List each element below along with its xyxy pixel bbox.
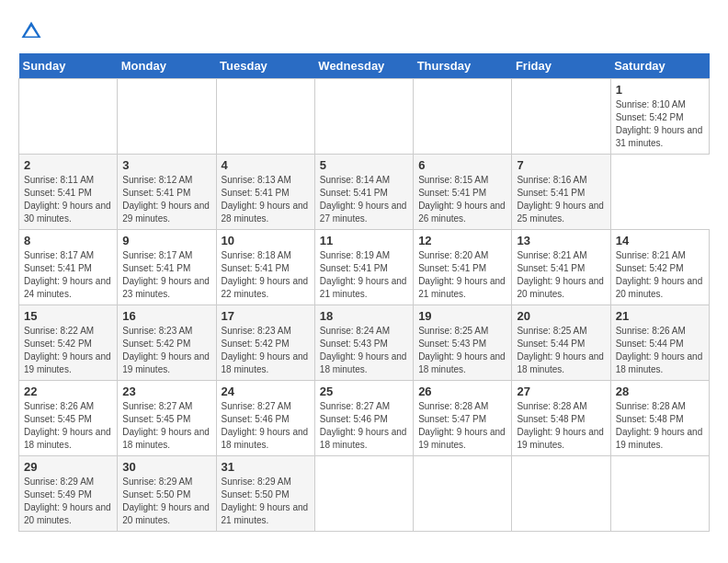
day-info: Sunrise: 8:18 AMSunset: 5:41 PMDaylight:…	[222, 249, 310, 301]
day-info: Sunrise: 8:29 AMSunset: 5:50 PMDaylight:…	[222, 476, 310, 527]
calendar-cell: 30Sunrise: 8:29 AMSunset: 5:50 PMDayligh…	[118, 456, 216, 532]
calendar-cell: 10Sunrise: 8:18 AMSunset: 5:41 PMDayligh…	[216, 230, 314, 305]
calendar-cell: 12Sunrise: 8:20 AMSunset: 5:41 PMDayligh…	[414, 230, 512, 305]
day-header-sunday: Sunday	[19, 53, 118, 79]
day-header-wednesday: Wednesday	[314, 53, 413, 79]
day-number: 2	[24, 158, 112, 172]
calendar-cell: 25Sunrise: 8:27 AMSunset: 5:46 PMDayligh…	[314, 381, 413, 456]
day-header-saturday: Saturday	[610, 53, 709, 79]
calendar-cell: 20Sunrise: 8:25 AMSunset: 5:44 PMDayligh…	[512, 305, 610, 381]
week-row-1: 1Sunrise: 8:10 AMSunset: 5:42 PMDaylight…	[19, 79, 710, 155]
day-number: 13	[517, 234, 605, 247]
day-info: Sunrise: 8:14 AMSunset: 5:41 PMDaylight:…	[320, 174, 408, 225]
day-header-tuesday: Tuesday	[216, 53, 314, 79]
day-number: 6	[418, 158, 506, 172]
calendar-cell: 7Sunrise: 8:16 AMSunset: 5:41 PMDaylight…	[512, 155, 610, 230]
day-info: Sunrise: 8:26 AMSunset: 5:44 PMDaylight:…	[616, 325, 704, 376]
day-number: 24	[222, 385, 310, 398]
day-info: Sunrise: 8:16 AMSunset: 5:41 PMDaylight:…	[517, 174, 605, 225]
day-info: Sunrise: 8:25 AMSunset: 5:44 PMDaylight:…	[517, 325, 605, 376]
day-number: 26	[418, 385, 506, 398]
calendar-cell	[19, 79, 118, 155]
calendar-cell	[610, 456, 709, 532]
day-info: Sunrise: 8:19 AMSunset: 5:41 PMDaylight:…	[320, 249, 408, 301]
calendar-cell: 4Sunrise: 8:13 AMSunset: 5:41 PMDaylight…	[216, 155, 314, 230]
day-number: 15	[24, 309, 112, 323]
day-info: Sunrise: 8:29 AMSunset: 5:50 PMDaylight:…	[122, 476, 210, 527]
day-info: Sunrise: 8:11 AMSunset: 5:41 PMDaylight:…	[24, 174, 112, 225]
logo-icon	[18, 18, 44, 44]
day-info: Sunrise: 8:10 AMSunset: 5:42 PMDaylight:…	[616, 98, 704, 150]
day-number: 7	[517, 158, 605, 172]
day-info: Sunrise: 8:17 AMSunset: 5:41 PMDaylight:…	[24, 249, 112, 301]
calendar-cell	[314, 456, 413, 532]
day-info: Sunrise: 8:20 AMSunset: 5:41 PMDaylight:…	[418, 249, 506, 301]
day-header-monday: Monday	[118, 53, 216, 79]
calendar-cell: 17Sunrise: 8:23 AMSunset: 5:42 PMDayligh…	[216, 305, 314, 381]
calendar-cell: 22Sunrise: 8:26 AMSunset: 5:45 PMDayligh…	[19, 381, 118, 456]
day-number: 25	[320, 385, 408, 398]
day-info: Sunrise: 8:17 AMSunset: 5:41 PMDaylight:…	[122, 249, 210, 301]
day-info: Sunrise: 8:13 AMSunset: 5:41 PMDaylight:…	[222, 174, 310, 225]
calendar-cell	[216, 79, 314, 155]
calendar-cell: 13Sunrise: 8:21 AMSunset: 5:41 PMDayligh…	[512, 230, 610, 305]
days-header-row: SundayMondayTuesdayWednesdayThursdayFrid…	[19, 53, 710, 79]
calendar-cell: 15Sunrise: 8:22 AMSunset: 5:42 PMDayligh…	[19, 305, 118, 381]
calendar-cell: 6Sunrise: 8:15 AMSunset: 5:41 PMDaylight…	[414, 155, 512, 230]
day-header-friday: Friday	[512, 53, 610, 79]
week-row-4: 15Sunrise: 8:22 AMSunset: 5:42 PMDayligh…	[19, 305, 710, 381]
calendar-cell: 23Sunrise: 8:27 AMSunset: 5:45 PMDayligh…	[118, 381, 216, 456]
week-row-6: 29Sunrise: 8:29 AMSunset: 5:49 PMDayligh…	[19, 456, 710, 532]
calendar-cell: 26Sunrise: 8:28 AMSunset: 5:47 PMDayligh…	[414, 381, 512, 456]
calendar-cell: 27Sunrise: 8:28 AMSunset: 5:48 PMDayligh…	[512, 381, 610, 456]
calendar-cell	[118, 79, 216, 155]
day-number: 4	[222, 158, 310, 172]
calendar-cell: 19Sunrise: 8:25 AMSunset: 5:43 PMDayligh…	[414, 305, 512, 381]
day-number: 30	[122, 460, 210, 474]
day-info: Sunrise: 8:25 AMSunset: 5:43 PMDaylight:…	[418, 325, 506, 376]
calendar-cell: 9Sunrise: 8:17 AMSunset: 5:41 PMDaylight…	[118, 230, 216, 305]
calendar-cell	[414, 456, 512, 532]
calendar-cell	[512, 79, 610, 155]
day-number: 31	[222, 460, 310, 474]
header	[18, 18, 710, 44]
day-info: Sunrise: 8:23 AMSunset: 5:42 PMDaylight:…	[222, 325, 310, 376]
day-info: Sunrise: 8:12 AMSunset: 5:41 PMDaylight:…	[122, 174, 210, 225]
day-number: 28	[616, 385, 704, 398]
calendar-cell: 16Sunrise: 8:23 AMSunset: 5:42 PMDayligh…	[118, 305, 216, 381]
day-header-thursday: Thursday	[414, 53, 512, 79]
day-number: 10	[222, 234, 310, 247]
day-info: Sunrise: 8:28 AMSunset: 5:48 PMDaylight:…	[517, 400, 605, 452]
day-number: 16	[122, 309, 210, 323]
day-info: Sunrise: 8:21 AMSunset: 5:41 PMDaylight:…	[517, 249, 605, 301]
calendar-cell: 8Sunrise: 8:17 AMSunset: 5:41 PMDaylight…	[19, 230, 118, 305]
day-info: Sunrise: 8:21 AMSunset: 5:42 PMDaylight:…	[616, 249, 704, 301]
day-number: 9	[122, 234, 210, 247]
day-number: 21	[616, 309, 704, 323]
calendar-cell: 28Sunrise: 8:28 AMSunset: 5:48 PMDayligh…	[610, 381, 709, 456]
day-info: Sunrise: 8:23 AMSunset: 5:42 PMDaylight:…	[122, 325, 210, 376]
calendar-cell: 21Sunrise: 8:26 AMSunset: 5:44 PMDayligh…	[610, 305, 709, 381]
day-info: Sunrise: 8:15 AMSunset: 5:41 PMDaylight:…	[418, 174, 506, 225]
calendar-cell: 5Sunrise: 8:14 AMSunset: 5:41 PMDaylight…	[314, 155, 413, 230]
week-row-2: 2Sunrise: 8:11 AMSunset: 5:41 PMDaylight…	[19, 155, 710, 230]
calendar-cell: 2Sunrise: 8:11 AMSunset: 5:41 PMDaylight…	[19, 155, 118, 230]
calendar-cell	[314, 79, 413, 155]
day-info: Sunrise: 8:22 AMSunset: 5:42 PMDaylight:…	[24, 325, 112, 376]
calendar-cell: 1Sunrise: 8:10 AMSunset: 5:42 PMDaylight…	[610, 79, 709, 155]
calendar-cell: 14Sunrise: 8:21 AMSunset: 5:42 PMDayligh…	[610, 230, 709, 305]
day-number: 19	[418, 309, 506, 323]
day-number: 1	[616, 83, 704, 97]
day-info: Sunrise: 8:27 AMSunset: 5:46 PMDaylight:…	[320, 400, 408, 452]
day-number: 18	[320, 309, 408, 323]
day-info: Sunrise: 8:29 AMSunset: 5:49 PMDaylight:…	[24, 476, 112, 527]
day-number: 23	[122, 385, 210, 398]
day-info: Sunrise: 8:24 AMSunset: 5:43 PMDaylight:…	[320, 325, 408, 376]
day-info: Sunrise: 8:27 AMSunset: 5:46 PMDaylight:…	[222, 400, 310, 452]
day-number: 20	[517, 309, 605, 323]
calendar-cell: 31Sunrise: 8:29 AMSunset: 5:50 PMDayligh…	[216, 456, 314, 532]
calendar-cell: 29Sunrise: 8:29 AMSunset: 5:49 PMDayligh…	[19, 456, 118, 532]
calendar-cell: 3Sunrise: 8:12 AMSunset: 5:41 PMDaylight…	[118, 155, 216, 230]
day-number: 27	[517, 385, 605, 398]
calendar-cell	[512, 456, 610, 532]
